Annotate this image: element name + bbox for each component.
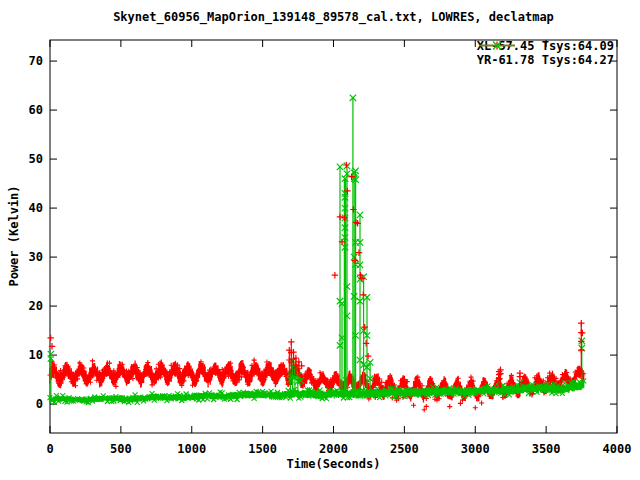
- svg-text:2000: 2000: [319, 442, 348, 456]
- svg-text:30: 30: [29, 250, 43, 264]
- y-axis-label: Power (Kelvin): [7, 185, 21, 286]
- chart-title: Skynet_60956_MapOrion_139148_89578_cal.t…: [50, 10, 617, 24]
- svg-text:2500: 2500: [390, 442, 419, 456]
- x-axis-label: Time(Seconds): [50, 457, 617, 471]
- svg-text:500: 500: [110, 442, 132, 456]
- svg-text:70: 70: [29, 54, 43, 68]
- svg-text:0: 0: [36, 397, 43, 411]
- svg-text:4000: 4000: [603, 442, 632, 456]
- plot-canvas: 0500100015002000250030003500400001020304…: [0, 0, 640, 480]
- legend-item-yr: YR-61.78 Tsys:64.27: [477, 53, 614, 66]
- svg-text:1500: 1500: [248, 442, 277, 456]
- legend-sample-x-icon: [477, 39, 517, 52]
- svg-text:3000: 3000: [461, 442, 490, 456]
- svg-text:3500: 3500: [532, 442, 561, 456]
- svg-text:0: 0: [46, 442, 53, 456]
- chart: 0500100015002000250030003500400001020304…: [0, 0, 640, 480]
- legend: XL-57.45 Tsys:64.09 YR-61.78 Tsys:64.27: [477, 39, 614, 66]
- legend-label-yr: YR-61.78 Tsys:64.27: [477, 53, 614, 67]
- svg-text:1000: 1000: [177, 442, 206, 456]
- svg-text:50: 50: [29, 152, 43, 166]
- svg-text:40: 40: [29, 201, 43, 215]
- svg-text:10: 10: [29, 348, 43, 362]
- svg-text:20: 20: [29, 299, 43, 313]
- svg-text:60: 60: [29, 103, 43, 117]
